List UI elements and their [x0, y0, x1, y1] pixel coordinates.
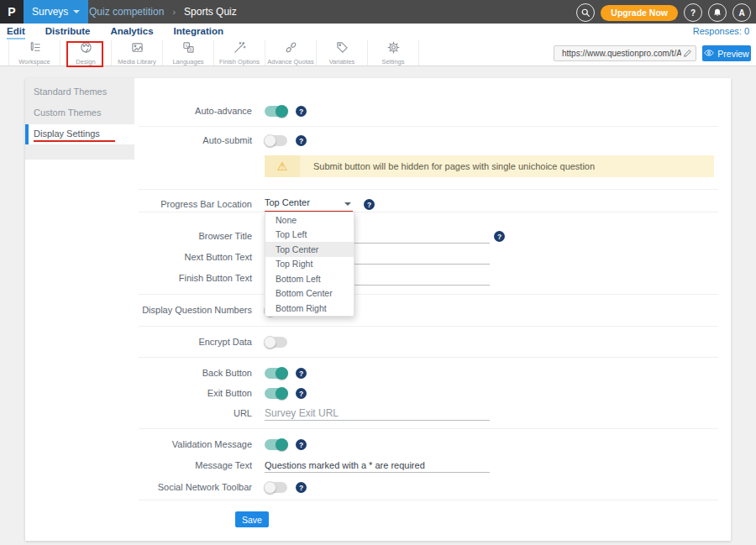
- browser-title-label: Browser Title: [25, 231, 252, 241]
- divider: [139, 357, 718, 358]
- workspace-icon: [29, 41, 41, 57]
- chevron-down-icon: [344, 202, 351, 206]
- toolbar-item-media-library[interactable]: Media Library: [112, 40, 163, 66]
- display-settings-panel: Standard Themes Custom Themes Display Se…: [25, 78, 731, 541]
- dropdown-option-top-center[interactable]: Top Center: [265, 242, 354, 257]
- dropdown-option-top-left[interactable]: Top Left: [265, 228, 354, 243]
- help-icon[interactable]: ?: [296, 135, 307, 146]
- progress-bar-location-label: Progress Bar Location: [25, 199, 252, 209]
- search-icon[interactable]: [576, 3, 595, 22]
- questionpro-logo-icon[interactable]: P: [0, 0, 24, 24]
- divider: [139, 326, 718, 327]
- browser-title-row: Browser Title ?: [25, 229, 731, 244]
- toggle-knob: [276, 387, 288, 400]
- top-navbar: P Surveys Quiz competition › Sports Quiz…: [0, 0, 756, 24]
- progress-bar-location-row: Progress Bar Location Top Center ?: [25, 197, 731, 212]
- chain-links-icon: [285, 41, 297, 57]
- help-icon[interactable]: ?: [296, 368, 307, 379]
- auto-submit-toggle[interactable]: [265, 135, 287, 146]
- finish-button-text-label: Finish Button Text: [25, 273, 252, 283]
- toggle-knob: [276, 367, 288, 380]
- upgrade-now-button[interactable]: Upgrade Now: [601, 5, 678, 21]
- toolbar-item-languages[interactable]: x A Languages: [163, 40, 214, 66]
- preview-button[interactable]: Preview: [702, 45, 751, 61]
- responses-count[interactable]: Responses: 0: [693, 26, 749, 36]
- divider: [139, 500, 718, 500]
- progress-bar-location-select[interactable]: Top Center: [265, 197, 353, 211]
- exit-url-row: URL: [25, 406, 731, 421]
- help-icon[interactable]: ?: [296, 388, 307, 399]
- finish-button-text-row: Finish Button Text: [25, 271, 731, 286]
- surveys-menu-label: Surveys: [32, 6, 68, 18]
- toolbar-item-settings[interactable]: Settings: [368, 40, 419, 66]
- auto-submit-row: Auto-submit ?: [25, 134, 731, 148]
- surveys-menu[interactable]: Surveys: [24, 0, 88, 24]
- dropdown-option-bottom-right[interactable]: Bottom Right: [265, 301, 354, 316]
- back-button-label: Back Button: [25, 368, 252, 378]
- tab-distribute[interactable]: Distribute: [45, 24, 91, 39]
- help-icon[interactable]: ?: [296, 482, 307, 493]
- toolbar-item-variables[interactable]: Variables: [317, 40, 368, 66]
- navbar-actions: Upgrade Now ? A: [576, 3, 751, 22]
- toolbar-item-label: Workspace: [18, 58, 50, 66]
- survey-url-input[interactable]: [560, 48, 683, 59]
- tag-icon: [336, 41, 349, 57]
- toolbar-item-workspace[interactable]: Workspace: [8, 40, 60, 66]
- back-button-toggle[interactable]: [265, 368, 287, 379]
- account-avatar[interactable]: A: [732, 3, 751, 22]
- languages-icon: x A: [182, 41, 195, 57]
- validation-message-label: Validation Message: [25, 439, 252, 449]
- social-network-toolbar-toggle[interactable]: [265, 482, 287, 493]
- tab-integration[interactable]: Integration: [174, 24, 223, 39]
- exit-url-input[interactable]: [265, 406, 490, 421]
- divider: [139, 212, 718, 212]
- help-button[interactable]: ?: [684, 3, 702, 22]
- select-value: Top Center: [265, 197, 310, 207]
- dropdown-option-top-right[interactable]: Top Right: [265, 257, 354, 272]
- warning-text: Submit button will be hidden for pages w…: [313, 161, 595, 171]
- exit-button-toggle[interactable]: [265, 388, 287, 399]
- breadcrumb-current: Sports Quiz: [184, 6, 237, 18]
- dropdown-option-none[interactable]: None: [265, 212, 354, 228]
- toggle-knob: [264, 336, 276, 348]
- encrypt-data-toggle[interactable]: [265, 337, 287, 348]
- divider: [139, 126, 718, 127]
- dropdown-option-bottom-center[interactable]: Bottom Center: [265, 286, 354, 301]
- toolbar-item-label: Variables: [329, 58, 355, 66]
- warning-triangle-icon: ⚠: [265, 155, 300, 177]
- back-button-row: Back Button ?: [25, 366, 731, 380]
- annotation-red-box-design: [66, 41, 103, 67]
- display-question-numbers-label: Display Question Numbers: [25, 305, 252, 315]
- auto-advance-toggle[interactable]: [265, 106, 287, 117]
- save-button[interactable]: Save: [235, 511, 269, 527]
- toggle-knob: [276, 105, 288, 118]
- help-icon[interactable]: ?: [364, 199, 375, 210]
- help-icon[interactable]: ?: [494, 231, 505, 242]
- svg-text:x: x: [185, 42, 187, 47]
- help-icon[interactable]: ?: [296, 439, 307, 450]
- notifications-bell-icon[interactable]: [708, 3, 727, 22]
- toolbar-item-label: Advance Quotas: [267, 58, 313, 66]
- toolbar-item-label: Media Library: [118, 58, 155, 66]
- dropdown-option-bottom-left[interactable]: Bottom Left: [265, 271, 354, 286]
- sidebar-item-standard-themes[interactable]: Standard Themes: [34, 86, 107, 97]
- help-icon[interactable]: ?: [296, 106, 307, 117]
- message-text-label: Message Text: [25, 460, 252, 470]
- toolbar-item-label: Finish Options: [219, 58, 260, 66]
- auto-advance-label: Auto-advance: [25, 106, 252, 116]
- preview-button-label: Preview: [717, 49, 748, 59]
- display-question-numbers-row: Display Question Numbers: [25, 303, 731, 317]
- validation-message-toggle[interactable]: [265, 439, 287, 450]
- edit-pencil-icon[interactable]: [683, 46, 692, 61]
- eye-icon: [704, 49, 714, 59]
- toolbar-item-advance-quotas[interactable]: Advance Quotas: [265, 40, 317, 66]
- message-text-input[interactable]: [265, 459, 490, 473]
- divider: [139, 294, 718, 295]
- breadcrumb-parent[interactable]: Quiz competition: [89, 6, 164, 18]
- survey-url-box: [554, 45, 696, 61]
- exit-button-label: Exit Button: [25, 388, 252, 398]
- tab-edit[interactable]: Edit: [7, 24, 25, 39]
- divider: [139, 189, 718, 190]
- toolbar-item-finish-options[interactable]: Finish Options: [214, 40, 265, 66]
- tab-analytics[interactable]: Analytics: [110, 24, 153, 39]
